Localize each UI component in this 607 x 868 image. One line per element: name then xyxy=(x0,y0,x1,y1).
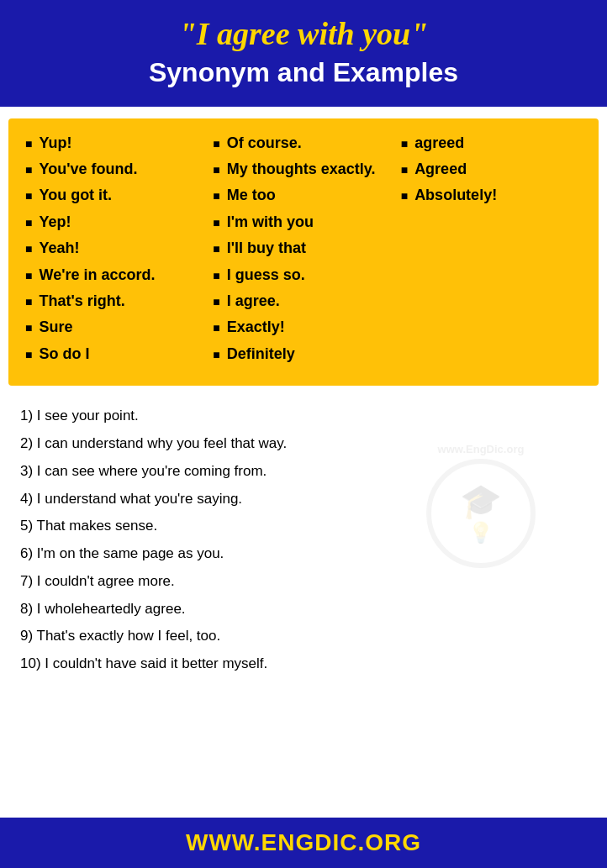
bullet-icon: ■ xyxy=(401,136,408,151)
synonym-text: I'll buy that xyxy=(227,239,306,258)
synonym-item: ■Me too xyxy=(213,186,387,205)
bullet-icon: ■ xyxy=(25,215,32,230)
synonym-item: ■I agree. xyxy=(213,292,387,311)
footer-highlight: ENGDIC xyxy=(261,829,358,855)
synonym-columns: ■Yup!■You've found.■You got it.■Yep!■Yea… xyxy=(25,134,582,371)
bullet-icon: ■ xyxy=(213,162,219,177)
synonym-text: I agree. xyxy=(227,292,280,311)
page-title: "I agree with you" xyxy=(17,15,590,54)
bullet-icon: ■ xyxy=(213,294,219,309)
synonym-text: Yeah! xyxy=(39,239,79,258)
synonym-item: ■My thoughts exactly. xyxy=(213,160,387,179)
synonym-item: ■Yeah! xyxy=(25,239,199,258)
bullet-icon: ■ xyxy=(213,241,219,256)
example-item: 6) I'm on the same page as you. xyxy=(20,544,587,564)
bullet-icon: ■ xyxy=(25,241,32,256)
page-subtitle: Synonym and Examples xyxy=(17,57,590,88)
synonym-text: agreed xyxy=(414,134,464,153)
synonym-item: ■We're in accord. xyxy=(25,266,199,285)
synonym-text: Yup! xyxy=(39,134,71,153)
example-item: 5) That makes sense. xyxy=(20,516,587,536)
synonym-text: Absolutely! xyxy=(414,186,497,205)
examples-section: 1) I see your point.2) I can understand … xyxy=(0,397,607,818)
bullet-icon: ■ xyxy=(25,136,32,151)
synonym-item: ■Definitely xyxy=(213,345,387,364)
synonym-text: Yep! xyxy=(39,213,71,232)
synonym-item: ■Absolutely! xyxy=(401,186,575,205)
synonym-text: You got it. xyxy=(39,186,112,205)
synonym-col-1: ■Yup!■You've found.■You got it.■Yep!■Yea… xyxy=(25,134,206,371)
synonym-text: Of course. xyxy=(227,134,302,153)
bullet-icon: ■ xyxy=(401,162,408,177)
synonym-item: ■Exactly! xyxy=(213,318,387,337)
synonym-text: That's right. xyxy=(39,292,124,311)
bullet-icon: ■ xyxy=(213,320,219,335)
synonym-text: You've found. xyxy=(39,160,137,179)
bullet-icon: ■ xyxy=(213,268,219,283)
synonym-item: ■I guess so. xyxy=(213,266,387,285)
example-item: 9) That's exactly how I feel, too. xyxy=(20,626,587,646)
synonym-text: So do I xyxy=(39,345,89,364)
example-item: 8) I wholeheartedly agree. xyxy=(20,599,587,619)
synonym-box: ■Yup!■You've found.■You got it.■Yep!■Yea… xyxy=(8,118,599,387)
example-item: 1) I see your point. xyxy=(20,406,587,426)
example-item: 2) I can understand why you feel that wa… xyxy=(20,434,587,454)
synonym-col-2: ■Of course.■My thoughts exactly.■Me too■… xyxy=(206,134,393,371)
footer-text: WWW.ENGDIC.ORG xyxy=(17,829,590,856)
synonym-item: ■agreed xyxy=(401,134,575,153)
example-item: 7) I couldn't agree more. xyxy=(20,571,587,592)
bullet-icon: ■ xyxy=(213,215,219,230)
synonym-item: ■That's right. xyxy=(25,292,199,311)
bullet-icon: ■ xyxy=(25,188,32,203)
example-item: 3) I can see where you're coming from. xyxy=(20,461,587,481)
synonym-text: Agreed xyxy=(414,160,467,179)
synonym-item: ■So do I xyxy=(25,345,199,364)
bullet-icon: ■ xyxy=(401,188,408,203)
bullet-icon: ■ xyxy=(213,347,219,362)
synonym-col-3: ■agreed■Agreed■Absolutely! xyxy=(394,134,582,371)
synonym-item: ■Yup! xyxy=(25,134,199,153)
synonym-text: My thoughts exactly. xyxy=(227,160,376,179)
example-item: 4) I understand what you're saying. xyxy=(20,489,587,509)
footer-end: .ORG xyxy=(357,829,421,855)
bullet-icon: ■ xyxy=(213,188,219,203)
synonym-item: ■Of course. xyxy=(213,134,387,153)
synonym-text: Me too xyxy=(227,186,276,205)
bullet-icon: ■ xyxy=(25,320,32,335)
synonym-text: Exactly! xyxy=(227,318,285,337)
footer: WWW.ENGDIC.ORG xyxy=(0,818,607,868)
synonym-text: I'm with you xyxy=(227,213,314,232)
example-item: 10) I couldn't have said it better mysel… xyxy=(20,654,587,674)
bullet-icon: ■ xyxy=(25,162,32,177)
synonym-item: ■You got it. xyxy=(25,186,199,205)
synonym-text: We're in accord. xyxy=(39,266,155,285)
synonym-text: Definitely xyxy=(227,345,295,364)
synonym-text: Sure xyxy=(39,318,72,337)
bullet-icon: ■ xyxy=(25,347,32,362)
synonym-item: ■You've found. xyxy=(25,160,199,179)
synonym-item: ■I'll buy that xyxy=(213,239,387,258)
synonym-text: I guess so. xyxy=(227,266,305,285)
bullet-icon: ■ xyxy=(213,136,219,151)
synonym-item: ■Yep! xyxy=(25,213,199,232)
synonym-item: ■Agreed xyxy=(401,160,575,179)
bullet-icon: ■ xyxy=(25,294,32,309)
bullet-icon: ■ xyxy=(25,268,32,283)
synonym-item: ■I'm with you xyxy=(213,213,387,232)
header: "I agree with you" Synonym and Examples xyxy=(0,0,607,107)
synonym-item: ■Sure xyxy=(25,318,199,337)
footer-normal: WWW. xyxy=(186,829,261,855)
